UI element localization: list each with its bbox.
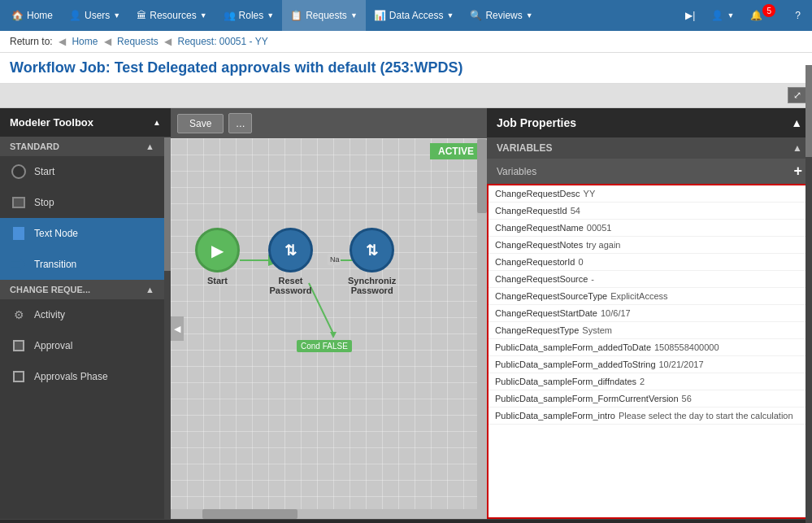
toolbox-approvals-phase[interactable]: Approvals Phase: [0, 361, 164, 392]
right-panel-scrollbar[interactable]: [805, 65, 812, 523]
job-properties-header: Job Properties ▲: [487, 108, 812, 137]
breadcrumb-requests[interactable]: Requests: [117, 36, 158, 47]
variable-value: 00051: [587, 223, 612, 233]
variable-row: PublicData_sampleForm_introPlease select…: [489, 408, 810, 425]
toolbox-scrollbar[interactable]: [164, 137, 171, 519]
cond-false-badge: Cond FALSE: [297, 340, 352, 352]
nav-user-menu[interactable]: 👤 ▼: [703, 0, 742, 31]
start-icon: [10, 163, 28, 181]
variable-row: ChangeRequestDescYY: [489, 185, 810, 203]
breadcrumb-home[interactable]: Home: [72, 36, 98, 47]
standard-label: STANDARD: [10, 142, 59, 151]
toolbox-approval[interactable]: Approval: [0, 330, 164, 361]
variable-key: PublicData_sampleForm_addedToString: [495, 360, 656, 369]
approval-icon: [10, 337, 28, 355]
variable-value: YY: [584, 189, 596, 198]
nav-requests[interactable]: 📋 Requests ▼: [282, 0, 366, 31]
breadcrumb-request-detail[interactable]: Request: 00051 - YY: [177, 36, 267, 47]
fullscreen-button[interactable]: ⤢: [788, 87, 807, 103]
variable-key: ChangeRequestSourceType: [495, 291, 607, 301]
variable-value: 1508558400000: [654, 342, 719, 352]
toolbox-header: Modeler Toolbox ▲: [0, 108, 171, 137]
job-properties-collapse-icon[interactable]: ▲: [791, 116, 802, 129]
variables-section-label: VARIABLES: [497, 142, 552, 154]
nav-extra[interactable]: ▶|: [677, 0, 703, 31]
save-button[interactable]: Save: [177, 114, 224, 133]
node-reset-password[interactable]: ⇅ ResetPassword: [268, 228, 313, 295]
nav-reviews[interactable]: 🔍 Reviews ▼: [462, 0, 541, 31]
toolbox-text-node[interactable]: Text Node: [0, 218, 164, 249]
nav-users-label: Users: [85, 10, 110, 21]
variable-key: ChangeRequestorId: [495, 257, 575, 267]
nav-notifications[interactable]: 🔔 5: [742, 0, 787, 31]
node-sync-password[interactable]: ⇅ SynchronizPassword: [348, 228, 396, 295]
toolbox-activity[interactable]: ⚙ Activity: [0, 299, 164, 330]
toolbox-stop[interactable]: Stop: [0, 187, 164, 218]
variables-list: ChangeRequestDescYYChangeRequestId54Chan…: [487, 184, 812, 519]
canvas-left-arrow[interactable]: ◀: [171, 316, 184, 341]
variable-key: ChangeRequestSource: [495, 274, 588, 284]
nav-requests-label: Requests: [306, 10, 347, 21]
approvals-phase-label: Approvals Phase: [34, 371, 108, 382]
start-node-label: Start: [207, 276, 228, 285]
variable-row: ChangeRequestNotestry again: [489, 237, 810, 254]
toolbox-transition[interactable]: Transition: [0, 249, 164, 280]
reset-node-circle[interactable]: ⇅: [268, 228, 313, 272]
nav-resources[interactable]: 🏛 Resources ▼: [128, 0, 215, 31]
more-options-button[interactable]: ...: [228, 113, 252, 133]
canvas-vertical-scrollbar[interactable]: [477, 138, 487, 509]
canvas-horizontal-scrollbar[interactable]: [171, 509, 487, 519]
nav-data-access[interactable]: 📊 Data Access ▼: [366, 0, 462, 31]
node-start[interactable]: ▶ Start: [195, 228, 240, 285]
nav-roles[interactable]: 👥 Roles ▼: [215, 0, 283, 31]
variable-row: PublicData_sampleForm_addedToString10/21…: [489, 356, 810, 373]
canvas-body[interactable]: ACTIVE ◀ Na: [171, 138, 487, 519]
modeler-toolbox: Modeler Toolbox ▲ STANDARD ▲ Start: [0, 108, 171, 519]
nav-home[interactable]: 🏠 Home: [3, 0, 61, 31]
change-request-section-header: CHANGE REQUE... ▲: [0, 280, 164, 299]
variable-value: 56: [682, 394, 692, 403]
variable-row: PublicData_sampleForm_FormCurrentVersion…: [489, 390, 810, 408]
nav-home-label: Home: [27, 10, 53, 21]
variable-row: ChangeRequestId54: [489, 203, 810, 220]
start-node-circle[interactable]: ▶: [195, 228, 240, 272]
requests-caret-icon: ▼: [350, 11, 358, 20]
nav-reviews-label: Reviews: [485, 10, 522, 21]
variable-key: PublicData_sampleForm_intro: [495, 411, 615, 421]
user-menu-caret-icon: ▼: [727, 11, 734, 20]
transition-icon: [10, 255, 28, 273]
reviews-icon: 🔍: [470, 10, 482, 21]
variable-value: 10/6/17: [601, 308, 631, 318]
toolbox-collapse-icon[interactable]: ▲: [153, 118, 161, 127]
standard-collapse-icon[interactable]: ▲: [145, 142, 154, 151]
main-area: Modeler Toolbox ▲ STANDARD ▲ Start: [0, 108, 812, 519]
toolbox-title: Modeler Toolbox: [10, 116, 93, 129]
toolbox-start[interactable]: Start: [0, 156, 164, 187]
variable-row: PublicData_sampleForm_diffndates2: [489, 373, 810, 390]
change-request-collapse-icon[interactable]: ▲: [145, 285, 154, 294]
nav-resources-label: Resources: [150, 10, 196, 21]
add-variable-button[interactable]: +: [793, 163, 802, 180]
breadcrumb-arrow-2: ◀: [164, 36, 172, 47]
nav-help[interactable]: ?: [787, 0, 809, 31]
activity-label: Activity: [34, 309, 65, 320]
variable-value: try again: [586, 240, 620, 250]
footer: RSA Identity Governance and Lifecycle Ve…: [0, 519, 812, 523]
notification-badge: 5: [762, 4, 775, 17]
variable-key: PublicData_sampleForm_FormCurrentVersion: [495, 394, 679, 403]
requests-icon: 📋: [290, 10, 302, 21]
variables-collapse-icon[interactable]: ▲: [792, 142, 802, 154]
variable-key: ChangeRequestId: [495, 206, 567, 216]
nav-extra-icon: ▶|: [685, 10, 695, 21]
nav-data-access-label: Data Access: [389, 10, 444, 21]
variables-label: Variables: [497, 166, 536, 177]
breadcrumb-arrow-1: ◀: [104, 36, 111, 47]
start-play-icon: ▶: [211, 241, 224, 260]
variable-key: PublicData_sampleForm_addedToDate: [495, 342, 651, 352]
return-to-label: Return to:: [10, 36, 53, 47]
sync-node-label: SynchronizPassword: [348, 276, 396, 295]
nav-users[interactable]: 👤 Users ▼: [61, 0, 128, 31]
sync-node-circle[interactable]: ⇅: [350, 228, 394, 272]
job-properties-title: Job Properties: [497, 116, 576, 129]
text-node-icon: [10, 224, 28, 242]
